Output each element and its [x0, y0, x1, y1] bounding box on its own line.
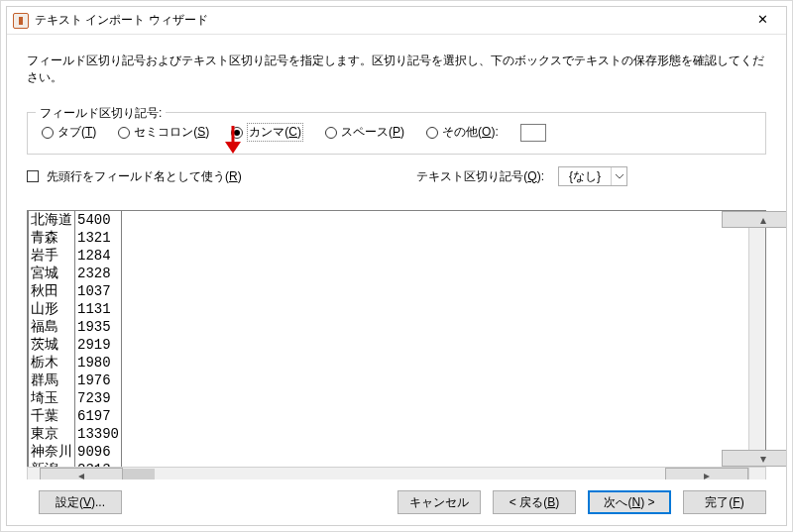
- delimiter-space-radio[interactable]: スペース(P): [325, 124, 404, 141]
- table-row: 新潟2313: [29, 461, 122, 467]
- close-button[interactable]: ✕: [742, 7, 782, 34]
- delimiter-comma-radio[interactable]: カンマ(C): [231, 123, 303, 142]
- cancel-button[interactable]: キャンセル: [397, 490, 481, 514]
- preview-pane: 北海道5400青森1321岩手1284宮城2328秋田1037山形1131福島1…: [27, 210, 766, 468]
- instruction-text: フィールド区切り記号およびテキスト区切り記号を指定します。区切り記号を選択し、下…: [27, 53, 766, 86]
- table-row: 群馬1976: [29, 372, 122, 389]
- titlebar: テキスト インポート ウィザード ✕: [7, 7, 786, 35]
- window-title: テキスト インポート ウィザード: [35, 12, 742, 29]
- scroll-up-icon[interactable]: ▴: [722, 211, 786, 228]
- table-row: 福島1935: [29, 318, 122, 336]
- vertical-scrollbar[interactable]: ▴ ▾: [748, 211, 765, 467]
- delimiter-other-radio[interactable]: その他(O):: [426, 124, 499, 141]
- back-button[interactable]: < 戻る(B): [493, 490, 576, 514]
- delimiter-fieldset: フィールド区切り記号: タブ(T) セミコロン(S) カンマ(C): [27, 112, 766, 155]
- table-row: 岩手1284: [29, 247, 122, 265]
- wizard-body: フィールド区切り記号およびテキスト区切り記号を指定します。区切り記号を選択し、下…: [7, 35, 786, 479]
- horizontal-scrollbar[interactable]: ◂ ▸: [27, 467, 766, 479]
- delimiter-other-input[interactable]: [520, 124, 546, 142]
- settings-button[interactable]: 設定(V)...: [39, 490, 122, 514]
- footer: 設定(V)... キャンセル < 戻る(B) 次へ(N) > 完了(F): [7, 479, 786, 525]
- finish-button[interactable]: 完了(F): [683, 490, 766, 514]
- table-row: 北海道5400: [29, 211, 122, 229]
- table-row: 東京13390: [29, 425, 122, 443]
- table-row: 青森1321: [29, 229, 122, 247]
- scroll-right-icon[interactable]: ▸: [665, 468, 748, 479]
- table-row: 埼玉7239: [29, 389, 122, 407]
- table-row: 千葉6197: [29, 407, 122, 425]
- preview-content: 北海道5400青森1321岩手1284宮城2328秋田1037山形1131福島1…: [28, 211, 748, 467]
- table-row: 秋田1037: [29, 282, 122, 300]
- chevron-down-icon: [611, 167, 626, 185]
- table-row: 山形1131: [29, 300, 122, 318]
- next-button[interactable]: 次へ(N) >: [588, 490, 671, 514]
- text-qualifier-select[interactable]: {なし}: [558, 166, 627, 186]
- radio-icon: [231, 127, 243, 139]
- text-qualifier-label: テキスト区切り記号(Q):: [416, 168, 544, 185]
- text-qualifier-value: {なし}: [559, 168, 611, 185]
- table-row: 宮城2328: [29, 265, 122, 282]
- radio-icon: [42, 127, 54, 139]
- scroll-left-icon[interactable]: ◂: [40, 468, 123, 479]
- radio-icon: [426, 127, 438, 139]
- scroll-down-icon[interactable]: ▾: [722, 450, 786, 467]
- first-row-fieldname-label: 先頭行をフィールド名として使う(R): [47, 168, 242, 185]
- table-row: 茨城2919: [29, 336, 122, 354]
- delimiter-tab-radio[interactable]: タブ(T): [42, 124, 96, 141]
- first-row-fieldname-checkbox[interactable]: [27, 170, 39, 182]
- table-row: 栃木1980: [29, 354, 122, 372]
- delimiter-legend: フィールド区切り記号:: [36, 105, 166, 122]
- delimiter-semicolon-radio[interactable]: セミコロン(S): [118, 124, 209, 141]
- radio-icon: [325, 127, 337, 139]
- scroll-thumb[interactable]: [123, 469, 155, 480]
- table-row: 神奈川9096: [29, 443, 122, 461]
- radio-icon: [118, 127, 130, 139]
- app-icon: [13, 13, 29, 29]
